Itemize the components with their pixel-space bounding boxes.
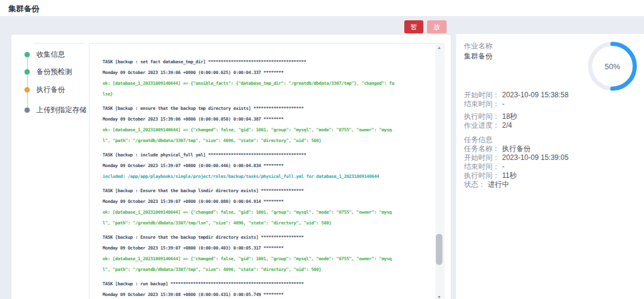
info-row: 状态：进行中 — [464, 180, 638, 189]
step-status-dot-icon — [24, 87, 30, 93]
info-label: 结束时间： — [464, 100, 500, 108]
step-label: 执行备份 — [36, 85, 65, 95]
log-card: 收集信息备份预检测执行备份上传到指定存储 TASK [backup : set … — [11, 34, 451, 299]
log-line-ok: ok: [database_1_20231009140644] => {"cha… — [103, 207, 432, 218]
step-status-dot-icon — [24, 107, 30, 113]
info-value: 进行中 — [488, 180, 509, 189]
log-line-task: TASK [backup : Ensure that the backup tm… — [103, 232, 432, 243]
log-block: TASK [backup : Ensure that the backup tm… — [103, 232, 432, 275]
step-item-done[interactable]: 备份预检测 — [24, 67, 72, 77]
info-value: 执行备份 — [502, 144, 531, 153]
info-label: 执行时间： — [464, 171, 500, 180]
log-line-task: TASK [backup : run backup] *************… — [103, 279, 432, 289]
info-row: 开始时间：2023-10-09 15:38:58 — [464, 90, 638, 99]
scrollbar-down-icon[interactable]: ▼ — [435, 294, 443, 299]
log-line-task: TASK [backup : Ensure that the backup ls… — [103, 186, 432, 196]
job-info-rows: 开始时间：2023-10-09 15:38:58结束时间：-执行时间：18秒作业… — [464, 90, 638, 189]
log-line-time: Monday 09 October 2023 15:39:08 +0800 (0… — [103, 289, 432, 299]
info-label: 开始时间： — [464, 91, 500, 99]
task-info-section-title: 任务信息 — [464, 135, 638, 144]
info-label: 开始时间： — [464, 153, 500, 162]
log-block: TASK [backup : run backup] *************… — [103, 279, 432, 299]
job-name-value: 集群备份 — [464, 51, 493, 61]
log-line-ok: ok: [database_1_20231009140644] => {"ans… — [103, 78, 432, 89]
log-line-time: Monday 09 October 2023 15:39:06 +0800 (0… — [103, 67, 432, 78]
log-line-task: TASK [backup : include physical_full yml… — [103, 150, 432, 161]
info-label: 结束时间： — [464, 162, 500, 171]
page-header: 集群备份 — [0, 0, 644, 17]
step-status-dot-icon — [24, 52, 30, 57]
step-label: 备份预检测 — [36, 67, 72, 77]
step-item-pending[interactable]: 上传到指定存储 — [24, 105, 86, 115]
log-line-ok: l", "path": "/greatdb/dbdata/3307/tmp/ls… — [103, 218, 432, 229]
log-line-time: Monday 09 October 2023 15:39:07 +0800 (0… — [103, 243, 432, 254]
info-row: 结束时间：- — [464, 99, 638, 108]
steps-connector-line — [27, 54, 28, 109]
log-line-included: included: /app/app/playbooks/single/proj… — [103, 171, 432, 182]
info-value: 18秒 — [502, 112, 517, 121]
info-row: 执行时间：18秒 — [464, 112, 638, 121]
log-scroll-area[interactable]: TASK [backup : set fact database_tmp_dir… — [89, 44, 435, 299]
log-block: TASK [backup : set fact database_tmp_dir… — [103, 57, 432, 100]
info-row: 作业进度：2/4 — [464, 121, 638, 130]
step-label: 收集信息 — [36, 50, 65, 60]
log-line-ok: l", "path": "/greatdb/dbdata/3307/tmp", … — [103, 264, 432, 275]
info-row: 结束时间：- — [464, 162, 638, 171]
progress-percent: 50% — [586, 62, 639, 71]
scrollbar-up-icon[interactable]: ▲ — [435, 44, 443, 51]
scrollbar-thumb[interactable] — [436, 234, 442, 265]
log-line-ok: ok: [database_1_20231009140644] => {"cha… — [103, 254, 432, 264]
step-item-running[interactable]: 执行备份 — [24, 85, 65, 95]
log-line-ok: lse} — [103, 89, 432, 100]
progress-ring: 50% — [586, 40, 639, 93]
job-name-label: 作业名称 — [464, 41, 493, 51]
info-value: 2/4 — [502, 121, 512, 130]
log-line-task: TASK [backup : ensure that the backup tm… — [103, 103, 432, 114]
page-title: 集群备份 — [8, 4, 39, 14]
abandon-button[interactable]: 放弃 — [427, 20, 447, 33]
log-line-time: Monday 09 October 2023 15:39:07 +0800 (0… — [103, 161, 432, 171]
info-value: 11秒 — [502, 171, 516, 180]
info-row: 任务名称：执行备份 — [464, 144, 638, 153]
log-block: TASK [backup : Ensure that the backup ls… — [103, 186, 432, 229]
info-value: 2023-10-09 15:38:58 — [502, 91, 568, 99]
log-line-ok: l", "path": "/greatdb/dbdata/3307/tmp", … — [103, 135, 432, 146]
log-line-time: Monday 09 October 2023 15:39:07 +0800 (0… — [103, 196, 432, 207]
info-row: 执行时间：11秒 — [464, 171, 638, 180]
info-value: - — [502, 162, 504, 171]
log-line-task: TASK [backup : set fact database_tmp_dir… — [103, 57, 432, 67]
info-label: 任务名称： — [464, 144, 500, 153]
log-line-ok: ok: [database_1_20231009140644] => {"cha… — [103, 125, 432, 135]
log-block: TASK [backup : include physical_full yml… — [103, 150, 432, 182]
info-value: 2023-10-09 15:39:05 — [502, 153, 568, 162]
job-info-panel: 作业名称 集群备份 50% 开始时间：2023-10-09 15:38:58结束… — [456, 34, 644, 299]
info-label: 执行时间： — [464, 112, 500, 121]
pause-button[interactable]: 暂停 — [404, 20, 423, 33]
log-scrollbar[interactable]: ▲ ▼ — [435, 44, 443, 299]
log-console: TASK [backup : set fact database_tmp_dir… — [89, 43, 444, 299]
info-label: 状态： — [464, 180, 485, 189]
info-value: - — [502, 100, 504, 108]
step-status-dot-icon — [24, 69, 30, 75]
steps-divider — [33, 43, 85, 44]
log-block: TASK [backup : ensure that the backup tm… — [103, 103, 432, 146]
info-label: 作业进度： — [464, 121, 500, 130]
step-label: 上传到指定存储 — [36, 105, 86, 115]
step-item-done[interactable]: 收集信息 — [24, 50, 65, 60]
info-row: 开始时间：2023-10-09 15:39:05 — [464, 153, 638, 162]
log-line-time: Monday 09 October 2023 15:39:06 +0800 (0… — [103, 114, 432, 125]
